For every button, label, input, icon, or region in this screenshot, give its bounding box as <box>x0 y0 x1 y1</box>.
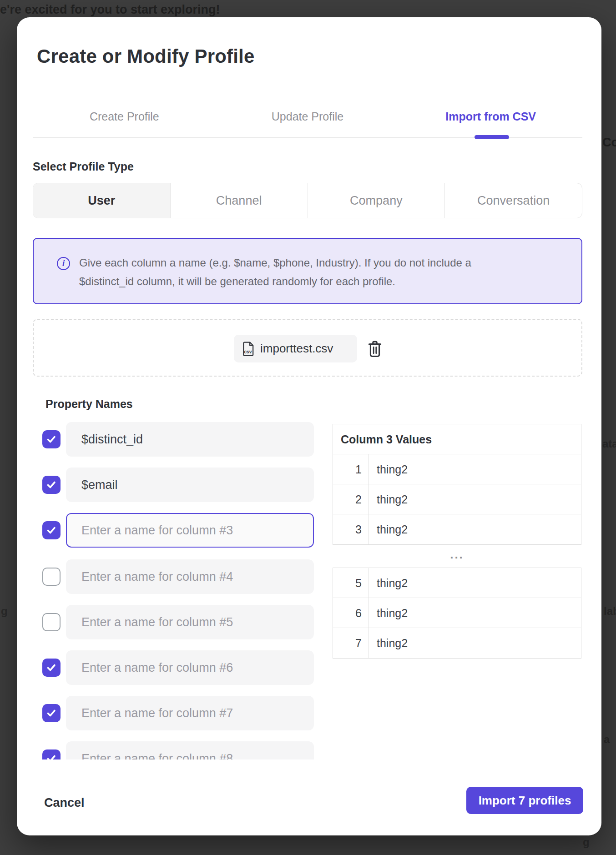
info-line-2: $distinct_id column, it will be generate… <box>79 275 395 287</box>
row-index: 1 <box>333 454 369 484</box>
check-icon <box>45 479 57 490</box>
cancel-button[interactable]: Cancel <box>44 796 85 810</box>
import-profiles-button[interactable]: Import 7 profiles <box>466 787 583 814</box>
column-7-checkbox[interactable] <box>42 704 61 722</box>
row-index: 3 <box>333 514 369 544</box>
check-icon <box>45 708 57 719</box>
delete-file-button[interactable] <box>367 340 383 357</box>
tab-create-profile[interactable]: Create Profile <box>33 106 216 126</box>
column-values-table-top: Column 3 Values 1 thing2 2 thing2 3 thin… <box>333 424 581 545</box>
row-value: thing2 <box>369 568 581 598</box>
background-text-fragment: lab <box>604 605 616 618</box>
property-row-2 <box>17 468 335 502</box>
table-row: 7 thing2 <box>333 628 581 658</box>
check-icon <box>45 434 57 445</box>
active-tab-underline <box>475 135 509 139</box>
trash-icon <box>367 340 383 357</box>
property-row-8 <box>17 741 335 759</box>
row-value: thing2 <box>369 454 581 484</box>
profile-type-conversation[interactable]: Conversation <box>444 183 582 218</box>
check-icon <box>45 662 57 673</box>
property-row-7 <box>17 696 335 730</box>
check-icon <box>45 525 57 536</box>
check-icon <box>45 753 57 759</box>
table-row: 1 thing2 <box>333 454 581 484</box>
rows-ellipsis: ... <box>333 548 581 562</box>
column-6-name-input[interactable] <box>66 650 314 685</box>
profile-type-user[interactable]: User <box>33 183 170 218</box>
row-value: thing2 <box>369 514 581 544</box>
column-8-checkbox[interactable] <box>42 749 61 759</box>
create-or-modify-profile-modal: Create or Modify Profile Create Profile … <box>17 17 601 835</box>
row-value: thing2 <box>369 598 581 628</box>
info-line-1: Give each column a name (e.g. $name, $ph… <box>79 256 471 269</box>
property-row-5 <box>17 605 335 639</box>
background-text-fragment: Col <box>602 136 616 150</box>
column-3-name-input[interactable] <box>66 513 314 548</box>
svg-text:csv: csv <box>244 349 252 354</box>
uploaded-file-chip[interactable]: csv importtest.csv <box>234 335 357 362</box>
csv-upload-dropzone[interactable]: csv importtest.csv <box>33 319 582 377</box>
column-5-checkbox[interactable] <box>42 613 61 631</box>
table-row: 6 thing2 <box>333 598 581 628</box>
table-row: 3 thing2 <box>333 514 581 544</box>
column-8-name-input[interactable] <box>66 741 314 759</box>
background-text-fragment: e're excited for you to start exploring! <box>0 3 220 17</box>
row-value: thing2 <box>369 484 581 514</box>
property-row-4 <box>17 559 335 594</box>
row-index: 5 <box>333 568 369 598</box>
property-row-3 <box>17 513 335 548</box>
column-4-checkbox[interactable] <box>42 568 61 586</box>
values-table-header: Column 3 Values <box>333 424 581 454</box>
property-names-label: Property Names <box>45 397 133 411</box>
profile-type-segmented-control: User Channel Company Conversation <box>33 183 582 218</box>
screen: e're excited for you to start exploring!… <box>0 0 616 855</box>
row-value: thing2 <box>369 628 581 658</box>
column-6-checkbox[interactable] <box>42 659 61 677</box>
profile-type-channel[interactable]: Channel <box>170 183 308 218</box>
background-text-fragment: g <box>583 836 590 849</box>
modal-tabs: Create Profile Update Profile Import fro… <box>33 106 582 126</box>
uploaded-file-name: importtest.csv <box>260 342 333 356</box>
profile-type-company[interactable]: Company <box>308 183 445 218</box>
column-8-name-input[interactable] <box>66 696 314 730</box>
property-row-6 <box>17 650 335 685</box>
table-row: 2 thing2 <box>333 484 581 514</box>
property-row-1 <box>17 422 335 457</box>
tab-update-profile[interactable]: Update Profile <box>216 106 399 126</box>
column-1-checkbox[interactable] <box>42 430 61 448</box>
background-text-fragment: g <box>1 605 8 618</box>
column-5-name-input[interactable] <box>66 605 314 639</box>
info-icon: i <box>57 257 70 270</box>
table-row: 5 thing2 <box>333 568 581 598</box>
info-banner-text: Give each column a name (e.g. $name, $ph… <box>79 253 534 291</box>
row-index: 7 <box>333 628 369 658</box>
select-profile-type-label: Select Profile Type <box>33 160 134 173</box>
row-index: 2 <box>333 484 369 514</box>
column-1-name-input[interactable] <box>66 422 314 457</box>
column-3-checkbox[interactable] <box>42 521 61 539</box>
tab-import-from-csv[interactable]: Import from CSV <box>399 106 582 126</box>
row-index: 6 <box>333 598 369 628</box>
column-4-name-input[interactable] <box>66 559 314 594</box>
info-banner: i Give each column a name (e.g. $name, $… <box>33 238 582 304</box>
column-2-checkbox[interactable] <box>42 476 61 494</box>
column-values-table-bottom: 5 thing2 6 thing2 7 thing2 <box>333 568 581 659</box>
column-2-name-input[interactable] <box>66 468 314 502</box>
modal-title: Create or Modify Profile <box>37 45 255 67</box>
background-text-fragment: a <box>604 733 610 746</box>
property-names-list <box>17 417 335 759</box>
background-text-fragment: ata <box>602 438 616 450</box>
csv-file-icon: csv <box>242 342 255 356</box>
